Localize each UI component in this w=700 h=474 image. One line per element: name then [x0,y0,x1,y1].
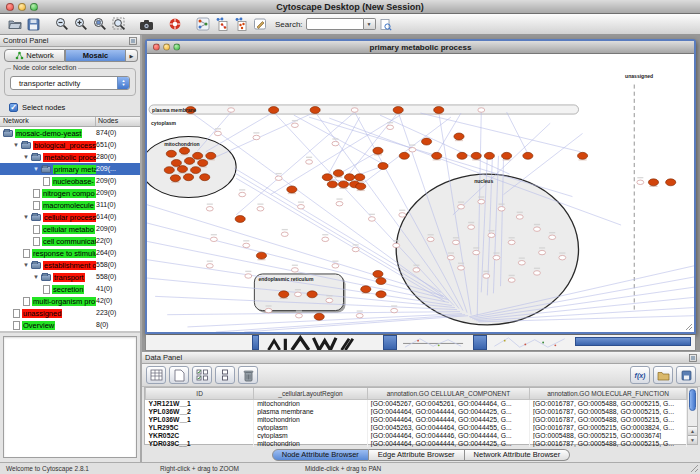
graph-node[interactable] [516,215,523,219]
graph-node[interactable] [351,108,358,112]
tree-row[interactable]: unassigned223(0) [0,307,140,319]
graph-node[interactable] [345,174,355,181]
graph-node[interactable] [393,107,403,114]
new-attribute-button[interactable] [169,366,189,384]
tab-edge-attribute-browser[interactable]: Edge Attribute Browser [369,449,465,461]
tree-row[interactable]: macromolecule311(0) [0,199,140,211]
graph-node[interactable] [453,240,460,244]
graph-node[interactable] [666,179,676,186]
graph-node[interactable] [518,261,525,265]
background-windows-strip[interactable] [145,335,696,351]
graph-node[interactable] [361,286,371,293]
graph-node[interactable] [458,266,465,270]
tree-row[interactable]: nitrogen compo209(0) [0,187,140,199]
graph-node[interactable] [523,152,533,159]
graph-node[interactable] [198,159,208,166]
graph-node[interactable] [322,174,332,181]
graph-node[interactable] [294,292,301,296]
graph-node[interactable] [214,131,221,135]
graph-node[interactable] [171,159,181,166]
graph-node[interactable] [336,201,343,205]
network-zoom-button[interactable] [173,44,180,51]
graph-node[interactable] [534,271,541,275]
graph-node[interactable] [206,207,213,211]
node-color-combobox[interactable]: transporter activity ▲▼ [10,76,130,90]
graph-node[interactable] [327,181,337,188]
graph-node[interactable] [291,123,298,127]
table-column-header[interactable]: _cellularLayoutRegion [254,388,368,399]
import-network-a-button[interactable] [212,15,231,33]
zoom-in-button[interactable] [71,15,90,33]
graph-node[interactable] [648,179,658,186]
graph-node[interactable] [191,167,201,174]
graph-node[interactable] [637,180,644,184]
select-attributes-button[interactable] [146,366,166,384]
graph-node[interactable] [352,247,359,251]
graph-node[interactable] [457,152,467,159]
graph-node[interactable] [314,313,324,320]
graph-node[interactable] [549,235,556,239]
float-panel-icon[interactable] [129,37,137,45]
scrollbar-thumb[interactable] [689,389,696,411]
graph-node[interactable] [239,192,246,196]
graph-node[interactable] [243,243,250,247]
resize-grip-icon[interactable] [684,322,693,331]
graph-node[interactable] [391,308,398,312]
table-row[interactable]: YKR052Ccytoplasm[GO:0044464, GO:0044446,… [146,431,687,439]
scroll-up-icon[interactable]: ▲ [688,426,697,435]
graph-node[interactable] [275,176,282,180]
graph-node[interactable] [432,152,442,159]
graph-node[interactable] [253,135,260,139]
tree-row[interactable]: ▼primary metabo209(... [0,163,140,175]
expand-toggle-icon[interactable]: ▼ [23,211,31,223]
tree-row[interactable]: nucleobase-209(0) [0,175,140,187]
close-button[interactable] [6,3,14,11]
tab-mosaic[interactable]: Mosaic [65,49,126,62]
tree-row[interactable]: response to stimulu264(0) [0,247,140,259]
graph-node[interactable] [287,186,297,193]
table-row[interactable]: YPL036W__1mitochondrion[GO:0044464, GO:0… [146,415,687,423]
zoom-selected-region-button[interactable] [90,15,109,33]
tree-row[interactable]: cell communicat22(0) [0,235,140,247]
graph-node[interactable] [473,250,480,254]
tree-row[interactable]: ▼cellular process614(0) [0,211,140,223]
graph-node[interactable] [179,147,189,154]
graph-node[interactable] [170,175,180,182]
graph-node[interactable] [373,147,383,154]
delete-attribute-button[interactable] [238,366,258,384]
graph-node[interactable] [333,170,343,177]
graph-node[interactable] [478,199,485,203]
graph-node[interactable] [409,147,416,151]
graph-node[interactable] [356,313,363,317]
save-session-button[interactable] [24,15,43,33]
graph-node[interactable] [534,227,541,231]
zoom-out-button[interactable] [52,15,71,33]
graph-node[interactable] [183,174,193,181]
graph-node[interactable] [399,152,409,159]
graph-node[interactable] [422,138,432,145]
graph-node[interactable] [257,207,264,211]
graph-node[interactable] [484,152,494,159]
graph-node[interactable] [200,174,210,181]
network-window-titlebar[interactable]: primary metabolic process [147,41,694,54]
tab-overflow-arrow[interactable]: ▶ [126,49,138,62]
graph-node[interactable] [256,252,266,259]
graph-node[interactable] [269,107,279,114]
graph-node[interactable] [434,107,444,114]
graph-node[interactable] [322,237,329,241]
graph-node[interactable] [206,152,216,159]
select-nodes-checkbox[interactable]: ✓ [9,103,18,112]
attribute-checklist-button[interactable] [192,366,212,384]
tree-row[interactable]: mosaic-demo-yeast874(0) [0,127,140,139]
graph-node[interactable] [206,264,213,268]
unselect-attributes-button[interactable] [215,366,235,384]
graph-node[interactable] [326,298,333,302]
graph-node[interactable] [508,240,515,244]
tree-row[interactable]: ▼metabolic process280(0) [0,151,140,163]
network-canvas[interactable]: plasma membranecytoplasmmitochondrionnuc… [147,54,694,332]
window-titlebar[interactable]: Cytoscape Desktop (New Session) [0,0,700,14]
graph-node[interactable] [468,225,475,229]
graph-node[interactable] [177,166,187,173]
table-row[interactable]: YPL036W__2plasma membrane[GO:0044464, GO… [146,407,687,415]
graph-node[interactable] [376,278,386,285]
